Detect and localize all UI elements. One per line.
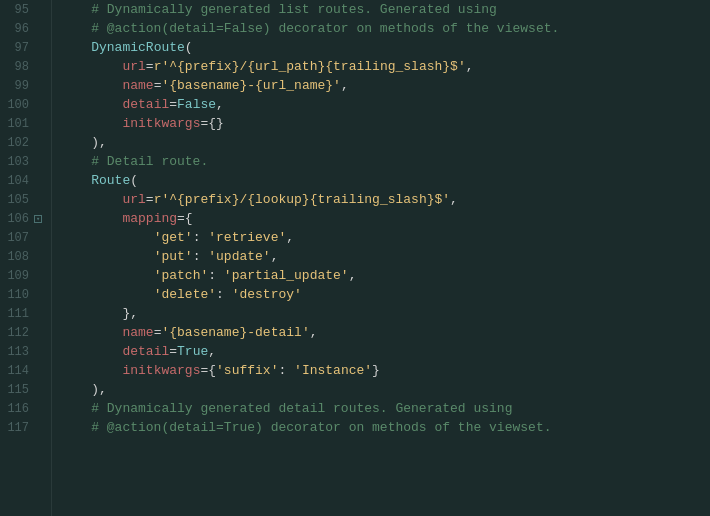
punct-token: ={ (177, 211, 193, 226)
punct-token: : (208, 268, 224, 283)
line-number-row: 113 (0, 342, 51, 361)
punct-token: = (154, 78, 162, 93)
line-number: 102 (1, 136, 29, 150)
code-editor: 9596979899100101102103104105106▾10710810… (0, 0, 710, 516)
punct-token: , (466, 59, 474, 74)
punct-token: ={} (200, 116, 223, 131)
param-name-token: detail (122, 97, 169, 112)
code-line: 'delete': 'destroy' (52, 285, 710, 304)
line-number: 113 (1, 345, 29, 359)
punct-token: = (146, 59, 154, 74)
line-number: 95 (1, 3, 29, 17)
comment-token: # @action(detail=False) decorator on met… (60, 21, 559, 36)
punct-token: ={ (200, 363, 216, 378)
line-number: 116 (1, 402, 29, 416)
code-line: initkwargs={'suffix': 'Instance'} (52, 361, 710, 380)
comment-token: # @action(detail=True) decorator on meth… (60, 420, 551, 435)
punct-token: , (450, 192, 458, 207)
punct-token: : (278, 363, 294, 378)
code-line: ), (52, 133, 710, 152)
line-number-row: 106▾ (0, 209, 51, 228)
punct-token: ), (91, 135, 107, 150)
line-number-gutter: 9596979899100101102103104105106▾10710810… (0, 0, 52, 516)
plain-token (60, 97, 122, 112)
line-number: 108 (1, 250, 29, 264)
code-line: 'put': 'update', (52, 247, 710, 266)
code-line: url=r'^{prefix}/{lookup}{trailing_slash}… (52, 190, 710, 209)
code-line: DynamicRoute( (52, 38, 710, 57)
punct-token: = (169, 97, 177, 112)
line-number-row: 102 (0, 133, 51, 152)
fold-icon[interactable]: ▾ (33, 214, 43, 224)
string-token: 'partial_update' (224, 268, 349, 283)
param-name-token: initkwargs (122, 363, 200, 378)
plain-token (60, 363, 122, 378)
code-line: # Dynamically generated detail routes. G… (52, 399, 710, 418)
line-number: 111 (1, 307, 29, 321)
string-token: 'patch' (154, 268, 209, 283)
punct-token: : (193, 230, 209, 245)
plain-token (60, 325, 122, 340)
plain-token (60, 230, 154, 245)
string-token: r'^{prefix}/{url_path}{trailing_slash}$' (154, 59, 466, 74)
string-token: 'get' (154, 230, 193, 245)
plain-token (60, 249, 154, 264)
line-number-row: 98 (0, 57, 51, 76)
code-line: # Detail route. (52, 152, 710, 171)
code-line: # Dynamically generated list routes. Gen… (52, 0, 710, 19)
line-number: 110 (1, 288, 29, 302)
param-name-token: initkwargs (122, 116, 200, 131)
comment-token: # Dynamically generated list routes. Gen… (60, 2, 497, 17)
line-number: 101 (1, 117, 29, 131)
param-name-token: mapping (122, 211, 177, 226)
punct-token: , (208, 344, 216, 359)
code-line: detail=True, (52, 342, 710, 361)
line-number-row: 99 (0, 76, 51, 95)
punct-token: ( (130, 173, 138, 188)
punct-token: ), (91, 382, 107, 397)
line-number-row: 110 (0, 285, 51, 304)
line-number: 117 (1, 421, 29, 435)
line-number-row: 101 (0, 114, 51, 133)
line-number: 112 (1, 326, 29, 340)
line-number-row: 117 (0, 418, 51, 437)
line-number: 114 (1, 364, 29, 378)
plain-token (60, 306, 122, 321)
code-line: name='{basename}-detail', (52, 323, 710, 342)
punct-token: , (271, 249, 279, 264)
line-number-row: 109 (0, 266, 51, 285)
line-number-row: 105 (0, 190, 51, 209)
punct-token: , (216, 97, 224, 112)
plain-token (60, 59, 122, 74)
code-line: }, (52, 304, 710, 323)
kw-true-token: True (177, 344, 208, 359)
line-number: 99 (1, 79, 29, 93)
code-line: # @action(detail=True) decorator on meth… (52, 418, 710, 437)
code-line: Route( (52, 171, 710, 190)
plain-token (60, 344, 122, 359)
line-number-row: 104 (0, 171, 51, 190)
code-line: 'get': 'retrieve', (52, 228, 710, 247)
punct-token: , (286, 230, 294, 245)
param-name-token: detail (122, 344, 169, 359)
func-name-token: Route (91, 173, 130, 188)
code-line: url=r'^{prefix}/{url_path}{trailing_slas… (52, 57, 710, 76)
code-line: 'patch': 'partial_update', (52, 266, 710, 285)
code-area[interactable]: # Dynamically generated list routes. Gen… (52, 0, 710, 516)
code-line: name='{basename}-{url_name}', (52, 76, 710, 95)
string-token: 'put' (154, 249, 193, 264)
punct-token: : (193, 249, 209, 264)
line-number: 104 (1, 174, 29, 188)
string-token: '{basename}-{url_name}' (161, 78, 340, 93)
plain-token (60, 173, 91, 188)
line-number: 98 (1, 60, 29, 74)
plain-token (60, 211, 122, 226)
punct-token: , (310, 325, 318, 340)
comment-token: # Detail route. (60, 154, 208, 169)
string-token: 'delete' (154, 287, 216, 302)
param-name-token: name (122, 78, 153, 93)
param-name-token: url (122, 192, 145, 207)
code-line: # @action(detail=False) decorator on met… (52, 19, 710, 38)
line-number: 96 (1, 22, 29, 36)
string-token: 'Instance' (294, 363, 372, 378)
